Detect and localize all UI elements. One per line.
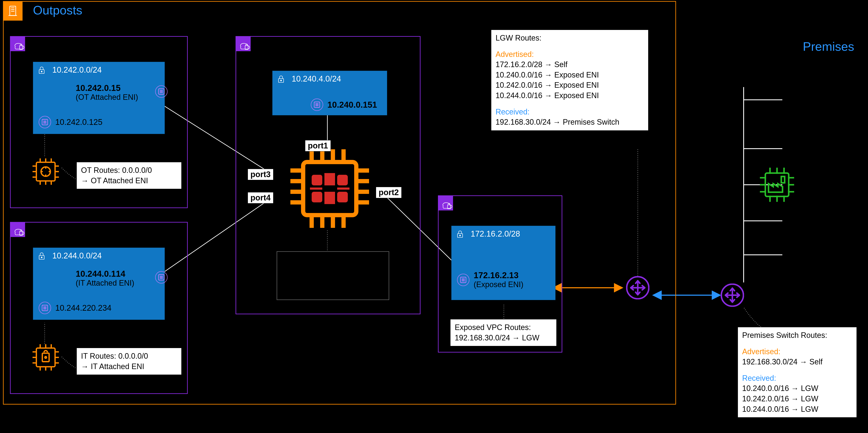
eni-ip: 10.240.0.151 <box>328 100 377 109</box>
port4-label: port4 <box>248 192 273 203</box>
svg-rect-33 <box>781 176 785 183</box>
svg-rect-30 <box>310 188 322 190</box>
eni-ip: 10.242.0.125 <box>55 118 102 127</box>
subnet-it: 10.244.0.0/24 10.244.0.114 (IT Attached … <box>33 247 165 320</box>
ot-routes-tooltip: OT Routes: 0.0.0.0/0 → OT Attached ENI <box>76 162 182 189</box>
eni-icon <box>457 274 469 286</box>
eni-icon <box>39 302 51 314</box>
eni-label: (OT Attached ENI) <box>76 93 138 102</box>
eni-ip: 172.16.2.13 <box>474 271 523 280</box>
vpc-it: 10.244.0.0/24 10.244.0.114 (IT Attached … <box>10 222 188 394</box>
received-label: Received: <box>496 107 644 117</box>
svg-rect-31 <box>337 188 349 190</box>
vpc-icon <box>439 196 453 210</box>
route-entry: 10.242.0.0/16 → Exposed ENI <box>496 80 644 91</box>
fortigate-icon <box>284 143 375 234</box>
outposts-title: Outposts <box>33 3 82 17</box>
subnet-cidr: 10.244.0.0/24 <box>52 251 102 260</box>
tooltip-title: LGW Routes: <box>496 33 644 43</box>
vpc-exposed: 172.16.2.0/28 172.16.2.13 (Exposed ENI) … <box>438 195 562 353</box>
received-label: Received: <box>742 373 852 384</box>
vpc-ot: 10.242.0.0/24 10.242.0.15 (OT Attached E… <box>10 36 188 208</box>
subnet-cidr: 172.16.2.0/28 <box>471 229 520 238</box>
svg-rect-21 <box>42 353 49 362</box>
eni-ip: 10.242.0.15 <box>76 83 138 93</box>
blank-placeholder <box>277 251 389 300</box>
svg-rect-27 <box>312 192 322 202</box>
routes-line: IT Routes: 0.0.0.0/0 <box>81 351 177 361</box>
tooltip-title: Premises Switch Routes: <box>742 330 852 341</box>
route-entry: 10.242.0.0/16 → LGW <box>742 394 852 404</box>
port1-label: port1 <box>305 140 331 152</box>
route-entry: 192.168.30.0/24 → Premises Switch <box>496 117 644 127</box>
svg-rect-25 <box>324 173 335 186</box>
eni-ip: 10.244.220.234 <box>55 303 112 312</box>
ot-device-icon <box>29 155 63 189</box>
subnet-exposed: 172.16.2.0/28 172.16.2.13 (Exposed ENI) <box>451 226 556 300</box>
exposed-routes-tooltip: Exposed VPC Routes: 192.168.30.0/24 → LG… <box>450 319 557 346</box>
lock-icon <box>277 75 285 83</box>
svg-rect-28 <box>324 192 335 204</box>
route-entry: 192.168.30.0/24 → Self <box>742 357 852 367</box>
it-routes-tooltip: IT Routes: 0.0.0.0/0 → IT Attached ENI <box>76 348 182 375</box>
svg-rect-18 <box>36 162 55 181</box>
lock-icon <box>37 66 46 74</box>
route-entry: 10.240.0.0/16 → LGW <box>742 383 852 394</box>
lgw-router-icon <box>626 276 649 300</box>
eni-label: (IT Attached ENI) <box>76 278 134 288</box>
premises-factory-icon <box>757 165 797 205</box>
route-entry: 10.244.0.0/16 → Exposed ENI <box>496 91 644 101</box>
outposts-icon <box>3 1 23 21</box>
subnet-cidr: 10.240.4.0/24 <box>292 74 341 84</box>
route-entry: 10.244.0.0/16 → LGW <box>742 404 852 414</box>
port3-label: port3 <box>248 169 273 180</box>
eni-icon <box>155 86 167 98</box>
advertised-label: Advertised: <box>496 49 644 60</box>
routes-line: Exposed VPC Routes: <box>455 322 552 333</box>
advertised-label: Advertised: <box>742 346 852 357</box>
vpc-icon <box>11 223 25 237</box>
lgw-routes-tooltip: LGW Routes: Advertised: 172.16.2.0/28 → … <box>491 30 648 131</box>
route-entry: 172.16.2.0/28 → Self <box>496 60 644 70</box>
svg-rect-29 <box>337 192 348 202</box>
svg-rect-26 <box>337 175 348 186</box>
eni-icon <box>311 99 323 111</box>
svg-point-22 <box>45 357 46 358</box>
eni-icon <box>39 116 51 128</box>
port2-label: port2 <box>376 187 402 198</box>
routes-line: 192.168.30.0/24 → LGW <box>455 333 552 343</box>
eni-icon <box>155 271 167 284</box>
svg-rect-24 <box>312 175 322 186</box>
premises-router-icon <box>721 284 744 308</box>
lock-icon <box>37 252 46 260</box>
premises-routes-tooltip: Premises Switch Routes: Advertised: 192.… <box>738 327 857 418</box>
vpc-icon <box>236 37 251 51</box>
subnet-fw: 10.240.4.0/24 10.240.0.151 <box>272 71 387 115</box>
routes-line: OT Routes: 0.0.0.0/0 <box>81 165 177 176</box>
routes-line: → OT Attached ENI <box>81 176 177 186</box>
premises-title: Premises <box>803 39 854 54</box>
it-device-icon <box>29 340 63 374</box>
eni-label: (Exposed ENI) <box>474 280 523 289</box>
route-entry: 10.240.0.0/16 → Exposed ENI <box>496 70 644 80</box>
vpc-icon <box>11 37 25 51</box>
lock-icon <box>456 230 464 238</box>
routes-line: → IT Attached ENI <box>81 361 177 372</box>
subnet-ot: 10.242.0.0/24 10.242.0.15 (OT Attached E… <box>33 62 165 134</box>
eni-ip: 10.244.0.114 <box>76 269 134 278</box>
subnet-cidr: 10.242.0.0/24 <box>52 65 102 74</box>
